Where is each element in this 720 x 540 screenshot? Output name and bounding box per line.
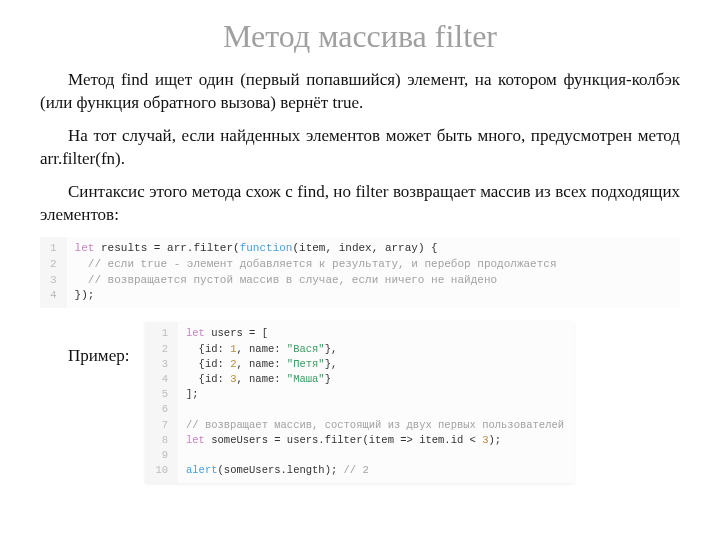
code-text: {id: xyxy=(186,343,230,355)
code-gutter-2: 1 2 3 4 5 6 7 8 9 10 xyxy=(145,322,178,482)
code-text: (someUsers.length); xyxy=(218,464,344,476)
paragraph-3: Синтаксис этого метода схож с find, но f… xyxy=(40,181,680,227)
code-text: }); xyxy=(75,289,95,301)
code-comment: // возвращается пустой массив в случае, … xyxy=(75,274,497,286)
code-content-1: let results = arr.filter(function(item, … xyxy=(67,237,680,309)
paragraph-2: На тот случай, если найденных элементов … xyxy=(40,125,680,171)
code-comment: // возвращает массив, состоящий из двух … xyxy=(186,419,564,431)
code-string: "Петя" xyxy=(287,358,325,370)
code-block-2: 1 2 3 4 5 6 7 8 9 10 let users = [ {id: … xyxy=(145,322,574,482)
code-block-1: 1 2 3 4 let results = arr.filter(functio… xyxy=(40,237,680,309)
code-keyword: let xyxy=(186,434,205,446)
code-text: someUsers = users.filter(item => item.id… xyxy=(205,434,482,446)
code-text: , name: xyxy=(236,343,286,355)
code-gutter-1: 1 2 3 4 xyxy=(40,237,67,309)
code-function: function xyxy=(240,242,293,254)
code-text: ]; xyxy=(186,388,199,400)
code-text: }, xyxy=(325,358,338,370)
code-text: (item, index, array) { xyxy=(292,242,437,254)
code-text: {id: xyxy=(186,358,230,370)
code-function: alert xyxy=(186,464,218,476)
code-comment: // 2 xyxy=(344,464,369,476)
paragraph-1: Метод find ищет один (первый попавшийся)… xyxy=(40,69,680,115)
code-text: , name: xyxy=(236,358,286,370)
code-comment: // если true - элемент добавляется к рез… xyxy=(75,258,557,270)
example-label: Пример: xyxy=(40,318,129,366)
code-string: "Маша" xyxy=(287,373,325,385)
slide-title: Метод массива filter xyxy=(40,18,680,55)
code-text: users = [ xyxy=(205,327,268,339)
code-string: "Вася" xyxy=(287,343,325,355)
code-text: results = arr.filter( xyxy=(94,242,239,254)
code-text: ); xyxy=(488,434,501,446)
code-text: {id: xyxy=(186,373,230,385)
code-text: } xyxy=(325,373,331,385)
code-keyword: let xyxy=(186,327,205,339)
code-content-2: let users = [ {id: 1, name: "Вася"}, {id… xyxy=(178,322,574,482)
code-keyword: let xyxy=(75,242,95,254)
code-text: , name: xyxy=(236,373,286,385)
code-text: }, xyxy=(325,343,338,355)
